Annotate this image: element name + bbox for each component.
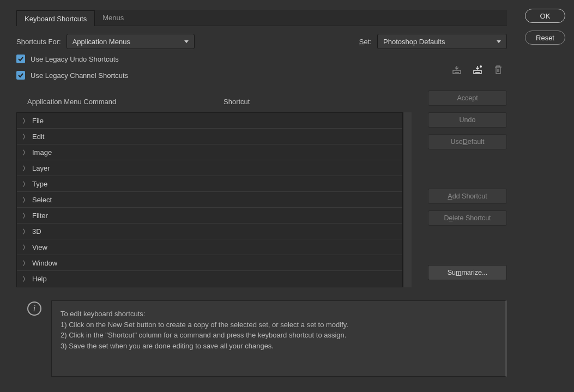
tree-row[interactable]: ⟩Select (17, 192, 402, 208)
tab-keyboard-shortcuts[interactable]: Keyboard Shortcuts (16, 10, 95, 26)
undo-button[interactable]: Undo (428, 112, 507, 128)
chevron-right-icon: ⟩ (21, 149, 27, 156)
chevron-right-icon: ⟩ (21, 260, 27, 267)
tree-row[interactable]: ⟩File (17, 113, 402, 129)
info-panel: To edit keyboard shortcuts: 1) Click on … (51, 300, 507, 377)
set-dropdown[interactable]: Photoshop Defaults (377, 34, 507, 49)
summarize-button[interactable]: Summarize... (428, 265, 507, 280)
tree-row[interactable]: ⟩Layer (17, 160, 402, 176)
legacy-undo-label: Use Legacy Undo Shortcuts (31, 55, 119, 63)
command-tree[interactable]: ⟩File ⟩Edit ⟩Image ⟩Layer ⟩Type ⟩Select … (16, 112, 403, 287)
tab-bar: Keyboard Shortcuts Menus (16, 10, 507, 26)
tree-row[interactable]: ⟩3D (17, 224, 402, 239)
add-shortcut-button[interactable]: Add Shortcut (428, 189, 507, 204)
chevron-right-icon: ⟩ (21, 212, 27, 219)
shortcuts-for-dropdown[interactable]: Application Menus (67, 34, 195, 49)
tree-row[interactable]: ⟩Image (17, 144, 402, 160)
save-set-icon[interactable] (451, 64, 462, 75)
delete-set-icon[interactable] (493, 64, 504, 75)
column-shortcut: Shortcut (223, 98, 412, 106)
delete-shortcut-button[interactable]: Delete Shortcut (428, 210, 507, 226)
tab-menus[interactable]: Menus (95, 10, 131, 26)
tree-header: Application Menu Command Shortcut (16, 91, 412, 112)
set-label: Set: (359, 38, 372, 46)
tree-row[interactable]: ⟩Window (17, 255, 402, 271)
chevron-right-icon: ⟩ (21, 196, 27, 203)
chevron-right-icon: ⟩ (21, 117, 27, 124)
chevron-right-icon: ⟩ (21, 275, 27, 282)
legacy-channel-checkbox[interactable] (16, 71, 25, 80)
shortcuts-for-label: Shortcuts For: (16, 38, 61, 46)
tree-row[interactable]: ⟩Edit (17, 129, 402, 144)
chevron-right-icon: ⟩ (21, 228, 27, 235)
legacy-undo-checkbox[interactable] (16, 55, 25, 63)
column-command: Application Menu Command (27, 98, 223, 106)
reset-button[interactable]: Reset (525, 31, 565, 45)
info-icon: i (27, 301, 41, 316)
chevron-right-icon: ⟩ (21, 244, 27, 251)
new-set-icon[interactable] (472, 64, 483, 75)
use-default-button[interactable]: Use Default (428, 134, 507, 149)
tree-row[interactable]: ⟩Filter (17, 208, 402, 224)
tree-scrollbar[interactable] (404, 112, 412, 287)
chevron-right-icon: ⟩ (21, 165, 27, 172)
svg-point-0 (480, 65, 482, 68)
chevron-right-icon: ⟩ (21, 133, 27, 140)
ok-button[interactable]: OK (525, 9, 565, 23)
legacy-channel-label: Use Legacy Channel Shortcuts (31, 71, 128, 80)
chevron-right-icon: ⟩ (21, 180, 27, 188)
accept-button[interactable]: Accept (428, 91, 507, 106)
tree-row[interactable]: ⟩View (17, 239, 402, 255)
tree-row[interactable]: ⟩Help (17, 271, 402, 287)
tree-row[interactable]: ⟩Type (17, 176, 402, 192)
